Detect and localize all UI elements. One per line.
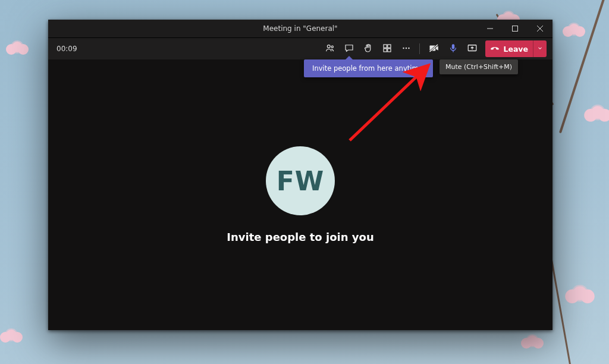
invite-tip-text: Invite people from here anytime. bbox=[312, 64, 425, 73]
chat-icon bbox=[344, 43, 354, 55]
svg-rect-1 bbox=[513, 26, 518, 32]
rooms-button[interactable] bbox=[379, 40, 395, 57]
separator bbox=[419, 43, 420, 54]
camera-toggle-button[interactable] bbox=[426, 40, 442, 57]
share-screen-button[interactable] bbox=[464, 40, 481, 57]
svg-point-5 bbox=[332, 46, 334, 48]
hand-icon bbox=[363, 43, 373, 55]
mute-tooltip: Mute (Ctrl+Shift+M) bbox=[440, 59, 518, 74]
decorative-blossom bbox=[6, 330, 17, 340]
svg-point-12 bbox=[409, 47, 410, 48]
leave-menu-toggle[interactable] bbox=[533, 40, 547, 57]
meeting-stage: FW Invite people to join you bbox=[48, 59, 553, 330]
people-icon bbox=[325, 43, 335, 55]
hangup-icon bbox=[490, 43, 500, 55]
decorative-blossom bbox=[527, 335, 538, 346]
reactions-button[interactable] bbox=[360, 40, 376, 57]
share-icon bbox=[467, 43, 478, 55]
mute-tooltip-text: Mute (Ctrl+Shift+M) bbox=[445, 63, 512, 71]
microphone-icon bbox=[448, 43, 459, 55]
meeting-window: Meeting in "General" 00:09 bbox=[48, 20, 553, 330]
minimize-button[interactable] bbox=[478, 20, 503, 37]
decorative-blossom bbox=[591, 106, 604, 119]
svg-point-11 bbox=[406, 47, 407, 48]
chevron-down-icon bbox=[537, 45, 543, 53]
window-controls bbox=[478, 20, 553, 37]
avatar-initials: FW bbox=[277, 166, 325, 196]
participants-button[interactable] bbox=[322, 40, 338, 57]
grid-icon bbox=[382, 43, 393, 55]
decorative-blossom bbox=[569, 24, 579, 34]
window-title: Meeting in "General" bbox=[263, 24, 337, 33]
svg-point-4 bbox=[328, 45, 331, 48]
svg-rect-8 bbox=[384, 48, 387, 51]
decorative-blossom bbox=[12, 42, 23, 52]
titlebar[interactable]: Meeting in "General" bbox=[48, 20, 553, 37]
leave-button[interactable]: Leave bbox=[485, 43, 533, 55]
avatar: FW bbox=[266, 146, 335, 215]
more-actions-button[interactable] bbox=[398, 40, 415, 57]
close-button[interactable] bbox=[528, 20, 553, 37]
leave-button-group: Leave bbox=[485, 40, 547, 57]
call-timer: 00:09 bbox=[54, 45, 80, 53]
meeting-toolbar: 00:09 bbox=[48, 37, 553, 59]
svg-rect-9 bbox=[388, 48, 391, 51]
maximize-button[interactable] bbox=[503, 20, 528, 37]
ellipsis-icon bbox=[401, 43, 412, 55]
decorative-blossom bbox=[573, 286, 586, 300]
svg-rect-6 bbox=[384, 45, 387, 48]
svg-rect-7 bbox=[388, 45, 391, 48]
invite-heading: Invite people to join you bbox=[227, 231, 373, 243]
chat-button[interactable] bbox=[341, 40, 357, 57]
invite-teaching-tip[interactable]: Invite people from here anytime. bbox=[304, 59, 433, 77]
svg-point-10 bbox=[403, 47, 404, 48]
svg-rect-15 bbox=[452, 44, 455, 49]
microphone-toggle-button[interactable] bbox=[445, 40, 462, 57]
camera-off-icon bbox=[429, 43, 440, 55]
leave-label: Leave bbox=[503, 45, 528, 54]
